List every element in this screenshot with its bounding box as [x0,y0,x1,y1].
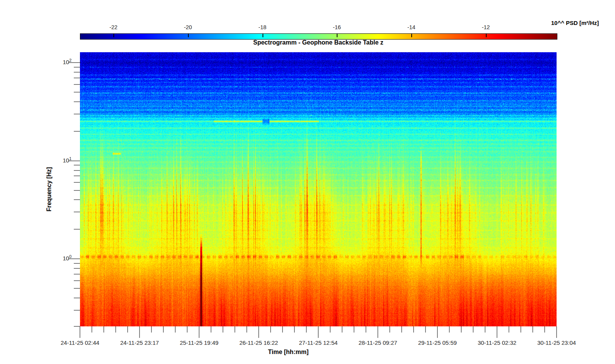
y-minor-tick [74,165,80,165]
colorbar-tick-label: -14 [407,24,416,30]
x-major-tick [258,326,259,338]
colorbar-tick-label: -12 [482,24,490,30]
x-minor-tick [401,326,402,333]
x-axis-label: Time [hh:mm] [268,349,308,356]
x-minor-tick [234,326,235,333]
y-minor-tick [74,298,80,298]
x-minor-tick [425,326,426,333]
x-minor-tick [366,326,366,333]
y-minor-tick [74,288,80,289]
x-major-tick [80,326,80,338]
x-minor-tick [520,326,521,333]
x-minor-tick [473,326,474,333]
x-major-tick [437,326,438,338]
x-minor-tick [151,326,152,333]
spectrogram-image [80,52,557,326]
y-minor-tick [74,175,80,176]
y-minor-tick [74,101,80,102]
x-minor-tick [282,326,283,333]
y-tick-label: 102 [0,58,71,65]
x-tick-label: 25-11-25 19:49 [180,339,219,346]
x-minor-tick [389,326,390,333]
x-minor-tick [187,326,188,333]
y-minor-tick [74,280,80,281]
colorbar [80,33,557,40]
y-minor-tick [74,78,80,78]
x-major-tick [377,326,378,338]
y-minor-tick [74,268,80,269]
x-minor-tick [306,326,307,333]
x-major-tick [199,326,199,338]
colorbar-tick-label: -16 [333,24,341,30]
y-axis-label: Frequency [Hz] [46,167,53,212]
x-minor-tick [127,326,128,333]
x-major-tick [139,326,140,338]
x-minor-tick [115,326,116,333]
colorbar-gradient [80,34,557,39]
x-minor-tick [163,326,164,333]
colorbar-unit-label: 10^^ PSD [m²/Hz] [551,20,599,26]
spectrogram-plot-area [80,52,557,326]
x-minor-tick [211,326,211,333]
x-tick-label: 26-11-25 16:22 [239,339,278,346]
x-tick-label: 30-11-25 02:32 [478,339,517,346]
x-minor-tick [354,326,354,333]
y-minor-tick [74,263,80,264]
y-minor-tick [74,212,80,212]
y-minor-tick [74,72,80,73]
spectrogram-figure: 10^^ PSD [m²/Hz] -22-20-18-16-14-12 Spec… [0,0,615,364]
y-minor-tick [74,274,80,275]
x-tick-label: 27-11-25 12:54 [299,339,338,346]
x-minor-tick [461,326,462,333]
x-minor-tick [270,326,271,333]
colorbar-tick-label: -22 [110,24,118,30]
x-minor-tick [223,326,223,333]
x-tick-label: 24-11-25 23:17 [120,339,159,346]
y-minor-tick [74,190,80,191]
y-minor-tick [74,114,80,114]
y-tick-label: 100 [0,254,71,261]
x-tick-label: 30-11-25 23:04 [537,339,576,346]
x-minor-tick [413,326,414,333]
y-minor-tick [74,67,80,68]
y-minor-tick [74,92,80,93]
x-minor-tick [103,326,104,333]
x-major-tick [556,326,557,338]
y-minor-tick [74,326,80,327]
chart-title: Spectrogramm - Geophone Backside Table z [80,39,557,46]
x-minor-tick [485,326,485,333]
y-tick-label: 101 [0,156,71,164]
y-minor-tick [74,229,80,230]
x-minor-tick [544,326,545,333]
y-minor-tick [74,84,80,85]
x-minor-tick [175,326,176,333]
colorbar-tick-label: -20 [184,24,192,30]
x-major-tick [318,326,319,338]
x-minor-tick [294,326,295,333]
x-tick-label: 24-11-25 02:44 [61,339,100,346]
x-minor-tick [246,326,247,333]
x-minor-tick [91,326,92,333]
y-minor-tick [74,199,80,200]
x-minor-tick [532,326,533,333]
colorbar-tick-label: -18 [258,24,266,30]
y-minor-tick [74,170,80,171]
x-minor-tick [342,326,342,333]
y-minor-tick [74,310,80,311]
y-minor-tick [74,182,80,183]
x-minor-tick [509,326,509,333]
x-tick-label: 29-11-25 05:59 [418,339,457,346]
x-tick-label: 28-11-25 09:27 [359,339,397,346]
x-minor-tick [330,326,331,333]
y-minor-tick [74,131,80,132]
x-major-tick [497,326,497,338]
x-minor-tick [449,326,450,333]
